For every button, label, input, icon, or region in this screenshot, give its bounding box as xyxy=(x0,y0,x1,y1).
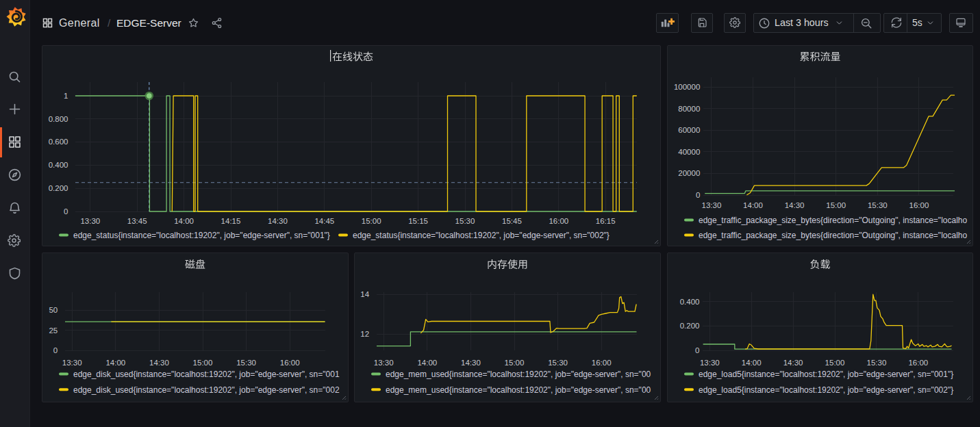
svg-text:edge_traffic_package_size_byte: edge_traffic_package_size_bytes{directio… xyxy=(699,216,967,225)
svg-text:14:45: 14:45 xyxy=(314,217,334,225)
svg-text:14:30: 14:30 xyxy=(783,359,803,367)
svg-text:14:00: 14:00 xyxy=(417,359,437,367)
svg-text:14:30: 14:30 xyxy=(268,217,288,225)
svg-text:15:30: 15:30 xyxy=(867,359,887,367)
svg-text:50: 50 xyxy=(49,306,58,314)
svg-text:14:30: 14:30 xyxy=(461,359,481,367)
svg-text:14:00: 14:00 xyxy=(105,359,125,367)
svg-text:0.400: 0.400 xyxy=(680,298,700,306)
svg-text:15:30: 15:30 xyxy=(455,217,475,225)
svg-text:15:45: 15:45 xyxy=(502,217,522,225)
svg-text:15:15: 15:15 xyxy=(408,217,428,225)
svg-text:16:00: 16:00 xyxy=(592,359,612,367)
svg-text:14:00: 14:00 xyxy=(743,201,763,209)
svg-text:13:45: 13:45 xyxy=(127,217,147,225)
svg-text:0: 0 xyxy=(53,346,58,354)
svg-text:edge_traffic_package_size_byte: edge_traffic_package_size_bytes{directio… xyxy=(699,231,967,240)
svg-text:12: 12 xyxy=(360,330,369,338)
svg-text:60000: 60000 xyxy=(678,126,700,134)
svg-text:15:00: 15:00 xyxy=(826,201,846,209)
svg-text:14:00: 14:00 xyxy=(742,359,762,367)
svg-text:16:00: 16:00 xyxy=(549,217,568,225)
svg-text:100000: 100000 xyxy=(674,83,700,91)
svg-text:15:00: 15:00 xyxy=(505,359,525,367)
svg-text:25: 25 xyxy=(49,326,58,335)
svg-text:14:30: 14:30 xyxy=(149,359,169,367)
svg-text:20000: 20000 xyxy=(678,169,700,177)
svg-text:0.400: 0.400 xyxy=(49,161,68,169)
svg-text:16:00: 16:00 xyxy=(909,201,929,209)
svg-text:0.800: 0.800 xyxy=(49,115,68,123)
svg-text:edge_load5{instance="localhost: edge_load5{instance="localhost:19202", j… xyxy=(699,370,953,379)
svg-text:14:00: 14:00 xyxy=(174,217,194,225)
svg-text:1: 1 xyxy=(64,92,68,100)
svg-text:13:30: 13:30 xyxy=(62,359,82,367)
svg-text:16:00: 16:00 xyxy=(908,359,928,367)
svg-text:15:30: 15:30 xyxy=(236,359,256,367)
svg-text:14:30: 14:30 xyxy=(785,201,805,209)
svg-text:0: 0 xyxy=(695,346,699,354)
svg-text:40000: 40000 xyxy=(678,148,700,156)
svg-text:13:30: 13:30 xyxy=(700,359,720,367)
svg-text:0: 0 xyxy=(64,207,68,216)
svg-text:edge_load5{instance="localhost: edge_load5{instance="localhost:19202", j… xyxy=(699,385,953,395)
svg-text:13:30: 13:30 xyxy=(80,217,100,225)
svg-text:edge_disk_used{instance="local: edge_disk_used{instance="localhost:19202… xyxy=(73,385,340,395)
svg-text:0.200: 0.200 xyxy=(49,184,68,192)
svg-text:edge_status{instance="localhos: edge_status{instance="localhost:19202", … xyxy=(353,231,610,240)
svg-text:edge_mem_used{instance="localh: edge_mem_used{instance="localhost:19202"… xyxy=(386,385,651,395)
svg-text:15:30: 15:30 xyxy=(868,201,888,209)
svg-text:13:30: 13:30 xyxy=(702,201,722,209)
svg-text:16:00: 16:00 xyxy=(280,359,300,367)
svg-text:13:30: 13:30 xyxy=(374,359,394,367)
svg-text:0: 0 xyxy=(696,191,700,199)
svg-text:14:15: 14:15 xyxy=(221,217,241,225)
svg-text:15:00: 15:00 xyxy=(825,359,845,367)
svg-text:80000: 80000 xyxy=(678,105,700,113)
svg-text:14: 14 xyxy=(360,290,369,298)
svg-text:16:15: 16:15 xyxy=(596,217,616,225)
svg-text:0.600: 0.600 xyxy=(49,138,68,146)
svg-text:0.200: 0.200 xyxy=(680,322,700,330)
svg-text:15:00: 15:00 xyxy=(193,359,213,367)
svg-text:edge_disk_used{instance="local: edge_disk_used{instance="localhost:19202… xyxy=(73,370,340,379)
svg-text:15:30: 15:30 xyxy=(548,359,568,367)
svg-text:edge_mem_used{instance="localh: edge_mem_used{instance="localhost:19202"… xyxy=(386,370,651,379)
svg-text:15:00: 15:00 xyxy=(362,217,381,225)
svg-text:edge_status{instance="localhos: edge_status{instance="localhost:19202", … xyxy=(73,231,330,240)
